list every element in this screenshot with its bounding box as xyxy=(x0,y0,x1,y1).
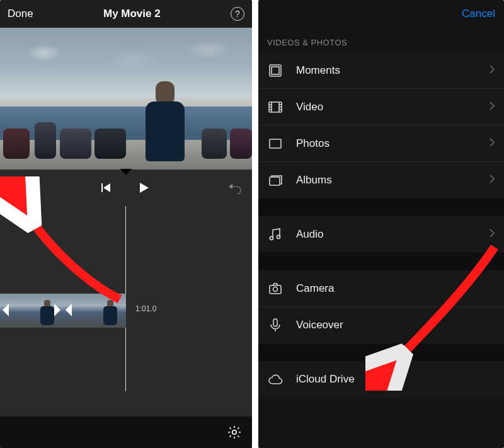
media-source-list: Moments Video Photos xyxy=(258,52,504,398)
editor-pane: Done My Movie 2 ? xyxy=(0,0,252,448)
media-header: Cancel xyxy=(258,0,504,28)
chevron-right-icon xyxy=(489,137,495,150)
camera-icon xyxy=(267,280,284,297)
menu-item-label: Photos xyxy=(296,137,489,150)
moments-icon xyxy=(267,62,284,79)
timeline-clip[interactable] xyxy=(63,294,126,328)
svg-rect-5 xyxy=(270,177,280,185)
cloud-icon xyxy=(267,371,284,388)
svg-point-9 xyxy=(273,287,278,291)
clip-track xyxy=(0,292,126,330)
menu-item-audio[interactable]: Audio xyxy=(258,216,504,253)
menu-item-label: Video xyxy=(296,101,489,113)
chevron-right-icon xyxy=(489,174,495,187)
help-button[interactable]: ? xyxy=(231,7,244,21)
add-media-button[interactable] xyxy=(9,181,21,194)
timeline-clip[interactable] xyxy=(0,294,63,328)
video-preview[interactable] xyxy=(0,28,252,169)
project-title: My Movie 2 xyxy=(33,8,231,20)
menu-item-label: iCloud Drive xyxy=(296,373,495,386)
svg-point-6 xyxy=(270,236,273,239)
menu-item-video[interactable]: Video xyxy=(258,89,504,125)
svg-point-7 xyxy=(277,235,280,238)
menu-item-camera[interactable]: Camera xyxy=(258,270,504,307)
photos-icon xyxy=(267,135,284,152)
app-split-view: Done My Movie 2 ? xyxy=(0,0,504,448)
list-spacer xyxy=(258,343,504,361)
list-spacer xyxy=(258,198,504,216)
svg-rect-4 xyxy=(270,139,281,148)
timecode-label: 1:01.0 xyxy=(135,304,156,313)
settings-button[interactable] xyxy=(227,425,242,440)
play-button[interactable] xyxy=(137,181,151,195)
playhead-notch-icon xyxy=(120,169,132,175)
menu-item-moments[interactable]: Moments xyxy=(258,52,504,89)
microphone-icon xyxy=(267,317,284,333)
media-source-pane: Cancel VIDEOS & PHOTOS Moments Video xyxy=(258,0,504,448)
undo-button[interactable] xyxy=(228,181,243,194)
menu-item-label: Voiceover xyxy=(296,319,495,331)
albums-icon xyxy=(267,172,284,188)
editor-footer xyxy=(0,416,252,448)
skip-back-button[interactable] xyxy=(99,181,112,194)
menu-item-label: Audio xyxy=(296,228,489,241)
chevron-right-icon xyxy=(489,228,495,241)
menu-item-label: Moments xyxy=(296,64,489,77)
cancel-button[interactable]: Cancel xyxy=(462,8,495,20)
menu-item-icloud-drive[interactable]: iCloud Drive xyxy=(258,361,504,398)
menu-item-label: Albums xyxy=(296,174,489,187)
chevron-right-icon xyxy=(489,101,495,113)
video-icon xyxy=(267,99,284,115)
svg-rect-2 xyxy=(272,67,279,74)
svg-point-0 xyxy=(232,430,236,434)
section-header: VIDEOS & PHOTOS xyxy=(258,28,504,52)
editor-header: Done My Movie 2 ? xyxy=(0,0,252,28)
done-button[interactable]: Done xyxy=(8,8,33,20)
audio-icon xyxy=(267,226,284,243)
list-spacer xyxy=(258,253,504,270)
svg-rect-10 xyxy=(273,319,277,326)
menu-item-photos[interactable]: Photos xyxy=(258,125,504,162)
chevron-right-icon xyxy=(489,64,495,77)
timeline[interactable]: 1:01.0 xyxy=(0,206,252,416)
menu-item-albums[interactable]: Albums xyxy=(258,162,504,198)
menu-item-voiceover[interactable]: Voiceover xyxy=(258,307,504,343)
menu-item-label: Camera xyxy=(296,282,495,295)
